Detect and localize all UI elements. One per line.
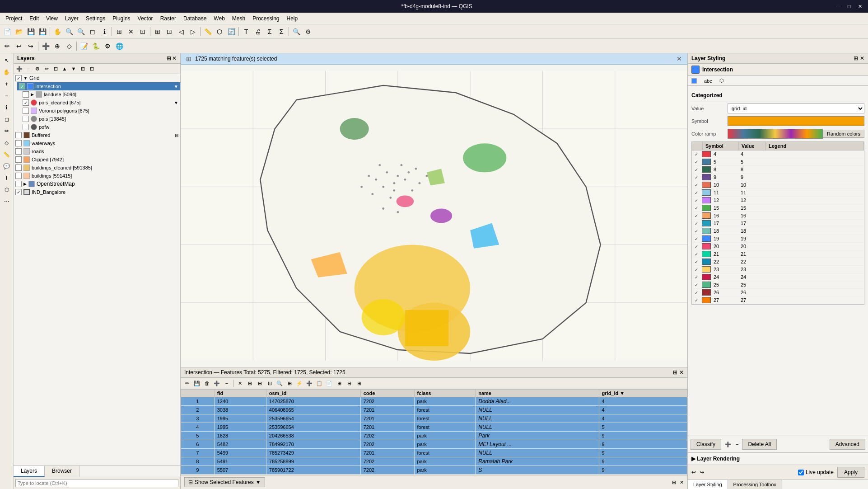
- style-categorized-tab[interactable]: abc: [700, 76, 716, 85]
- remove-layer-btn[interactable]: −: [24, 65, 33, 73]
- annotate-btn[interactable]: 📝: [79, 41, 89, 52]
- layers-tab[interactable]: Layers: [14, 466, 45, 477]
- save-as-btn[interactable]: 💾: [37, 26, 48, 37]
- table-row[interactable]: 754997852734297201forestNULL9: [181, 449, 687, 457]
- measure-tool[interactable]: 📏: [1, 149, 12, 160]
- undo-btn[interactable]: ↩: [14, 41, 24, 52]
- search-btn[interactable]: 🔍: [291, 26, 302, 37]
- table-row[interactable]: 230384064089657201forestNULL4: [181, 406, 687, 414]
- layers-close-btn[interactable]: ✕: [172, 55, 177, 61]
- python-btn[interactable]: 🐍: [90, 41, 101, 52]
- sym-color-swatch[interactable]: [702, 266, 711, 273]
- new-project-btn[interactable]: 📄: [2, 26, 13, 37]
- zoom-to-selection-btn[interactable]: ⊡: [137, 26, 148, 37]
- edit-tool[interactable]: ✏: [1, 126, 12, 136]
- attr-save-btn[interactable]: 💾: [192, 379, 201, 388]
- map-close-button[interactable]: ✕: [677, 55, 682, 62]
- live-update-input[interactable]: [798, 470, 804, 475]
- menu-database[interactable]: Database: [180, 14, 210, 23]
- table-row[interactable]: 955077859017227202parkS9: [181, 466, 687, 475]
- layer-item-ind-bangalore[interactable]: ✓ IND_Bangalore: [14, 188, 180, 196]
- zoom-in-tool[interactable]: +: [1, 79, 12, 89]
- styling-close-btn[interactable]: ✕: [860, 55, 864, 61]
- browser-tab[interactable]: Browser: [45, 466, 79, 477]
- symbol-row-item[interactable]: ✓ 16 16: [692, 212, 864, 220]
- attr-new-btn[interactable]: ➕: [305, 379, 314, 388]
- menu-settings[interactable]: Settings: [82, 14, 109, 23]
- annotate-tool[interactable]: 💬: [1, 161, 12, 172]
- close-button[interactable]: ✕: [855, 2, 864, 10]
- menu-web[interactable]: Web: [210, 14, 228, 23]
- select-tool[interactable]: ◻: [1, 114, 12, 125]
- maximize-button[interactable]: □: [845, 2, 854, 10]
- classify-button[interactable]: Classify: [691, 439, 721, 450]
- sym-color-swatch[interactable]: [702, 174, 711, 180]
- symbol-row-item[interactable]: ✓ 21 21: [692, 250, 864, 258]
- attr-table-close-btn[interactable]: ✕: [679, 369, 684, 376]
- attr-unselect-btn[interactable]: ✕: [235, 379, 244, 388]
- undo-styling-btn[interactable]: ↩: [691, 469, 696, 475]
- layer-item-pois[interactable]: pois [19845]: [17, 115, 180, 123]
- menu-vector[interactable]: Vector: [134, 14, 157, 23]
- attr-field-btn[interactable]: ⊟: [345, 379, 354, 388]
- select-by-location-btn[interactable]: ⊞: [114, 26, 125, 37]
- menu-raster[interactable]: Raster: [157, 14, 180, 23]
- symbol-row-item[interactable]: ✓ 17 17: [692, 220, 864, 227]
- attr-copy-btn[interactable]: 📋: [315, 379, 324, 388]
- 3d-tool[interactable]: ⬡: [1, 184, 12, 195]
- identify-tool[interactable]: ℹ: [1, 102, 12, 113]
- value-select[interactable]: grid_id: [728, 103, 864, 113]
- measure-btn[interactable]: 📏: [202, 26, 213, 37]
- zoom-out-tool[interactable]: −: [1, 90, 12, 101]
- col-code[interactable]: code: [360, 390, 414, 397]
- random-colors-button[interactable]: Random colors: [823, 130, 864, 138]
- symbol-row-item[interactable]: ✓ 4 4: [692, 150, 864, 158]
- layer-item-buildings[interactable]: buildings [591415]: [14, 172, 180, 180]
- symbol-row-item[interactable]: ✓ 22 22: [692, 258, 864, 266]
- symbol-row-item[interactable]: ✓ 10 10: [692, 181, 864, 189]
- touch-tool[interactable]: ↖: [1, 55, 12, 66]
- menu-edit[interactable]: Edit: [26, 14, 42, 23]
- symbol-row-item[interactable]: ✓ 25 25: [692, 281, 864, 289]
- layer-item-waterways[interactable]: waterways: [14, 139, 180, 147]
- add-class-icon[interactable]: ➕: [724, 441, 732, 448]
- show-selected-features-button[interactable]: ⊟ Show Selected Features ▼: [184, 477, 265, 487]
- layer-item-landuse[interactable]: ▶ landuse [5094]: [17, 90, 180, 99]
- vertex-tool-btn[interactable]: ◇: [64, 41, 75, 52]
- table-row[interactable]: 419952535966547201forestNULL5: [181, 423, 687, 432]
- layer-item-intersection[interactable]: ✓ Intersection ▼: [17, 82, 180, 90]
- add-feature-btn[interactable]: ➕: [40, 41, 51, 52]
- map-canvas[interactable]: [181, 65, 687, 367]
- sym-color-swatch[interactable]: [702, 243, 711, 249]
- sym-color-swatch[interactable]: [702, 289, 711, 296]
- attr-delete-btn[interactable]: 🗑: [202, 379, 211, 388]
- symbol-row-item[interactable]: ✓ 23 23: [692, 266, 864, 273]
- color-ramp-preview[interactable]: [728, 129, 823, 139]
- plugin-btn[interactable]: ⚙: [102, 41, 113, 52]
- symbol-row-item[interactable]: ✓ 9 9: [692, 174, 864, 181]
- remove-class-icon[interactable]: −: [735, 441, 739, 448]
- layer-item-voronoi[interactable]: Voronoi polygons [675]: [17, 107, 180, 115]
- select-features-btn[interactable]: ◻: [87, 26, 98, 37]
- pagination-close-btn[interactable]: ✕: [680, 480, 684, 485]
- attr-search-btn[interactable]: 🔍: [275, 379, 284, 388]
- edit-btn[interactable]: ✏: [2, 41, 13, 52]
- pan-tool[interactable]: ✋: [1, 67, 12, 78]
- table-row[interactable]: 654827849921707202parkMEI Layout ...9: [181, 440, 687, 449]
- attr-sel-all-btn[interactable]: ⊞: [245, 379, 254, 388]
- col-osm-id[interactable]: osm_id: [266, 390, 360, 397]
- menu-project[interactable]: Project: [2, 14, 26, 23]
- sym-color-swatch[interactable]: [702, 212, 711, 219]
- label-btn[interactable]: T: [241, 26, 252, 37]
- menu-mesh[interactable]: Mesh: [229, 14, 249, 23]
- col-name[interactable]: name: [476, 390, 599, 397]
- measure-area-btn[interactable]: ⬡: [214, 26, 225, 37]
- menu-plugins[interactable]: Plugins: [109, 14, 134, 23]
- layer-group-osm[interactable]: ▶ OpenStreetMap: [14, 180, 180, 188]
- sym-color-swatch[interactable]: [702, 297, 711, 303]
- symbol-row-item[interactable]: ✓ 20 20: [692, 243, 864, 250]
- symbol-row-item[interactable]: ✓ 15 15: [692, 204, 864, 212]
- layers-expand-btn[interactable]: ⊞: [167, 55, 171, 61]
- symbol-row-item[interactable]: ✓ 18 18: [692, 227, 864, 235]
- add-layer-btn[interactable]: ➕: [15, 65, 23, 73]
